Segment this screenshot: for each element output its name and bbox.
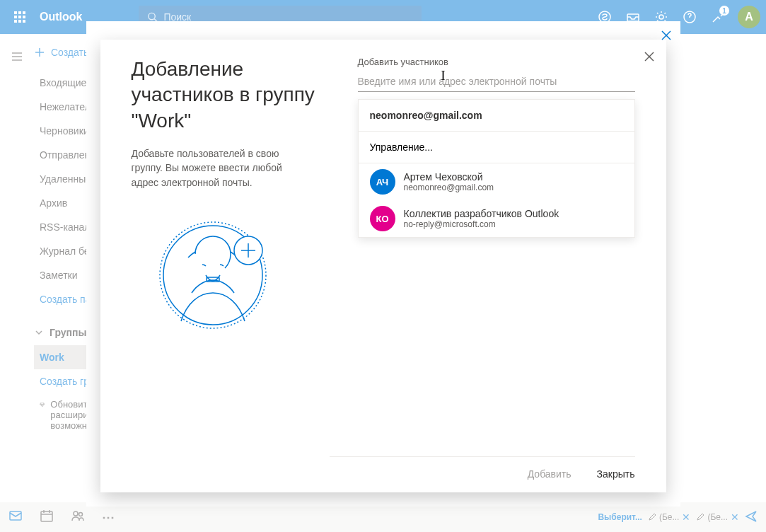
suggestion-person[interactable]: АЧ Артем Чеховской neomonreo@gmail.com [359,163,634,200]
close-button[interactable]: Закрыть [597,468,635,480]
close-icon[interactable] [644,51,655,65]
suggestion-email[interactable]: neomonreo@gmail.com [359,100,634,131]
suggestions-dropdown: neomonreo@gmail.com Управление... АЧ Арт… [358,99,635,238]
field-label: Добавить участников [358,57,635,67]
outer-close-icon[interactable] [661,30,672,44]
add-button[interactable]: Добавить [528,468,571,480]
modal-overlay: Добавление участников в группу "Work" До… [0,0,766,532]
manage-link[interactable]: Управление... [359,132,634,163]
suggestion-person[interactable]: КО Коллектив разработчиков Outlook no-re… [359,200,634,237]
person-email: neomonreo@gmail.com [404,183,494,192]
person-avatar: КО [370,206,395,231]
person-name: Артем Чеховской [404,171,494,183]
person-email: no-reply@microsoft.com [404,219,559,229]
add-members-modal: Добавление участников в группу "Work" До… [100,40,666,492]
modal-outer: Добавление участников в группу "Work" До… [86,21,680,507]
modal-footer: Добавить Закрыть [330,456,635,480]
modal-description: Добавьте пользователей в свою группу. Вы… [132,146,301,190]
modal-title: Добавление участников в группу "Work" [132,57,330,134]
person-avatar: АЧ [370,169,395,195]
add-person-illustration [153,215,273,335]
members-input[interactable] [358,71,635,92]
person-name: Коллектив разработчиков Outlook [404,208,559,219]
